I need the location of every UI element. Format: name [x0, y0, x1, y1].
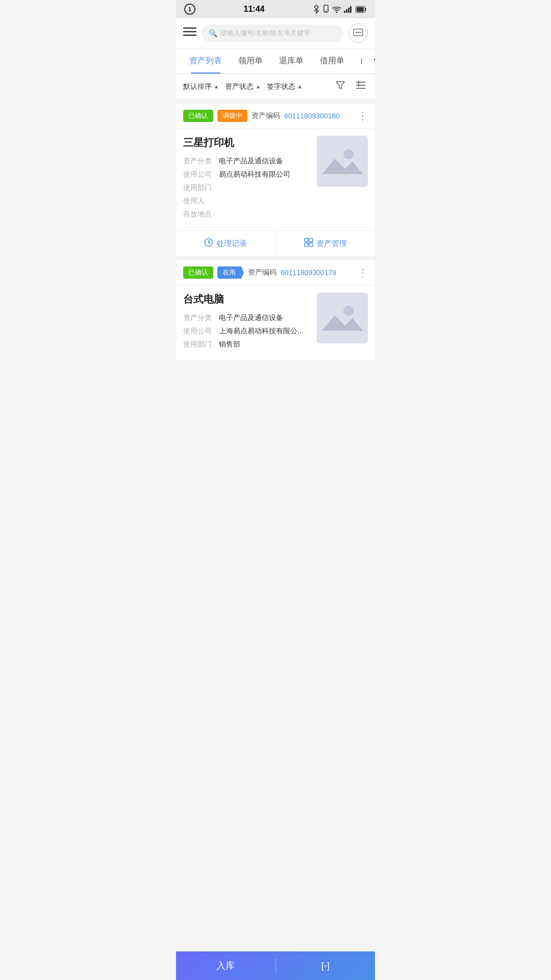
filter-default-sort-label: 默认排序 — [183, 82, 212, 91]
search-bar[interactable]: 🔍 请输入编号/名称/姓名等关键字 — [202, 24, 343, 42]
tab-asset-list[interactable]: 资产列表 — [181, 48, 230, 74]
svg-point-23 — [343, 149, 354, 159]
card-1-name: 三星打印机 — [183, 136, 311, 150]
status-time: 11:44 — [195, 5, 313, 14]
signal-icon — [344, 6, 353, 13]
scan-button[interactable]: [-] — [276, 951, 375, 980]
card-1-img-placeholder — [317, 136, 368, 187]
svg-point-2 — [325, 11, 327, 12]
asset-card-2: 已确认 在用 资产编码 60111809300179 ⋮ 台式电脑 资产分类 电… — [176, 260, 375, 360]
card-1-label-0: 资产分类 — [183, 157, 219, 166]
card-1-status-badge: 调拨中 — [217, 110, 247, 122]
manage-svg — [304, 238, 313, 247]
chat-icon[interactable] — [348, 23, 368, 43]
svg-rect-9 — [357, 7, 364, 12]
hamburger-svg — [183, 27, 196, 37]
svg-rect-7 — [350, 6, 352, 13]
card-1-history-btn[interactable]: 处理记录 — [176, 231, 276, 256]
chevron-down-icon — [374, 59, 375, 64]
card-1-label-2: 使用部门 — [183, 183, 219, 192]
card-2-status-badge: 在用 — [217, 266, 244, 279]
card-1-value-1: 易点易动科技有限公司 — [219, 170, 290, 179]
wifi-icon — [332, 6, 341, 13]
card-2-info: 台式电脑 资产分类 电子产品及通信设备 使用公司 上海易点易动科技有限公... … — [183, 292, 311, 353]
card-1-history-label: 处理记录 — [216, 239, 247, 249]
battery-icon — [356, 6, 367, 13]
card-2-confirmed-badge: 已确认 — [183, 266, 213, 279]
card-1-field-4: 存放地点 — [183, 210, 311, 219]
history-svg — [204, 238, 213, 247]
status-bar: 1 11:44 — [176, 0, 375, 18]
header: 🔍 请输入编号/名称/姓名等关键字 — [176, 18, 375, 48]
card-1-more-btn[interactable]: ⋮ — [358, 110, 368, 122]
status-circle: 1 — [184, 4, 195, 15]
svg-rect-27 — [305, 243, 308, 247]
svg-point-14 — [356, 32, 357, 33]
svg-rect-5 — [346, 9, 347, 13]
card-1-field-2: 使用部门 — [183, 183, 311, 192]
manage-icon — [304, 238, 313, 249]
asset-card-1: 已确认 调拨中 资产编码 60111809300180 ⋮ 三星打印机 资产分类… — [176, 104, 375, 256]
filter-sign-status[interactable]: 签字状态 ▲ — [267, 82, 303, 91]
status-icons — [313, 5, 367, 14]
list-view-icon[interactable] — [354, 79, 368, 94]
card-2-value-1: 上海易点易动科技有限公... — [219, 327, 304, 336]
history-icon — [204, 238, 213, 249]
tab-more-label[interactable]: i — [353, 50, 371, 73]
card-2-field-1: 使用公司 上海易点易动科技有限公... — [183, 327, 311, 336]
asset-status-arrow-icon: ▲ — [256, 84, 261, 89]
svg-point-15 — [358, 32, 359, 33]
card-2-value-0: 电子产品及通信设备 — [219, 313, 283, 323]
svg-rect-22 — [317, 136, 368, 187]
checkin-button[interactable]: 入库 — [176, 951, 276, 980]
card-1-value-0: 电子产品及通信设备 — [219, 157, 283, 166]
menu-icon[interactable] — [183, 27, 196, 40]
card-1-field-3: 使用人 — [183, 197, 311, 206]
filter-sign-status-label: 签字状态 — [267, 82, 295, 91]
filter-funnel-icon[interactable] — [333, 79, 347, 94]
card-2-code-label: 资产编码 — [248, 268, 277, 277]
svg-point-16 — [360, 32, 361, 33]
card-2-header: 已确认 在用 资产编码 60111809300179 ⋮ — [176, 260, 375, 285]
svg-rect-28 — [309, 243, 313, 247]
chat-svg — [353, 29, 363, 38]
card-1-manage-btn[interactable]: 资产管理 — [276, 231, 375, 256]
bottom-bar: 入库 [-] — [176, 951, 375, 980]
svg-rect-4 — [344, 11, 345, 13]
card-1-code-value: 60111809300180 — [284, 112, 340, 120]
card-2-field-2: 使用部门 销售部 — [183, 340, 311, 349]
card-2-label-2: 使用部门 — [183, 340, 219, 349]
svg-rect-25 — [305, 238, 308, 242]
sign-status-arrow-icon: ▲ — [297, 84, 303, 89]
card-1-header: 已确认 调拨中 资产编码 60111809300180 ⋮ — [176, 104, 375, 129]
svg-rect-6 — [348, 8, 349, 13]
card-2-more-btn[interactable]: ⋮ — [358, 266, 368, 279]
svg-rect-26 — [309, 238, 313, 242]
svg-rect-29 — [317, 292, 368, 344]
tab-return[interactable]: 退库单 — [271, 48, 312, 74]
tab-requisition[interactable]: 领用单 — [230, 48, 271, 74]
listview-svg — [356, 80, 366, 90]
tab-dropdown-arrow[interactable] — [371, 54, 375, 69]
card-1-actions: 处理记录 资产管理 — [176, 230, 375, 256]
card-1-label-4: 存放地点 — [183, 210, 219, 219]
funnel-svg — [335, 80, 345, 90]
svg-point-3 — [336, 12, 338, 13]
svg-point-30 — [343, 306, 354, 316]
card-1-field-1: 使用公司 易点易动科技有限公司 — [183, 170, 311, 179]
tab-borrow[interactable]: 借用单 — [312, 48, 353, 74]
card-1-manage-label: 资产管理 — [316, 239, 347, 249]
card-2-label-0: 资产分类 — [183, 313, 219, 323]
card-1-image — [317, 136, 368, 187]
filter-asset-status-label: 资产状态 — [225, 82, 254, 91]
card-1-field-0: 资产分类 电子产品及通信设备 — [183, 157, 311, 166]
filter-default-sort[interactable]: 默认排序 ▲ — [183, 82, 219, 91]
card-1-label-1: 使用公司 — [183, 170, 219, 179]
filter-bar: 默认排序 ▲ 资产状态 ▲ 签字状态 ▲ — [176, 74, 375, 100]
card-1-body: 三星打印机 资产分类 电子产品及通信设备 使用公司 易点易动科技有限公司 使用部… — [176, 129, 375, 230]
bluetooth-icon — [313, 5, 320, 14]
search-placeholder: 请输入编号/名称/姓名等关键字 — [220, 29, 310, 38]
filter-asset-status[interactable]: 资产状态 ▲ — [225, 82, 261, 91]
phone-icon — [322, 5, 330, 14]
tabs-bar: 资产列表 领用单 退库单 借用单 i — [176, 48, 375, 74]
